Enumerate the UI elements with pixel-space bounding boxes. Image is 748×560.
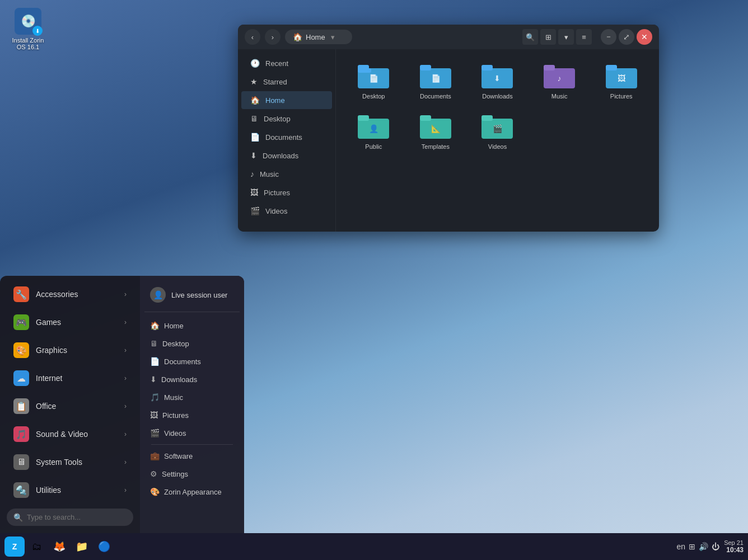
- taskbar-nautilus-button[interactable]: 📁: [72, 537, 92, 557]
- right-documents-label: Documents: [164, 357, 201, 366]
- keyboard-layout-indicator[interactable]: en: [677, 542, 686, 551]
- folder-documents[interactable]: 📄 Documents: [407, 58, 465, 104]
- accessories-label: Accessories: [36, 290, 78, 299]
- right-menu-home[interactable]: 🏠 Home: [144, 317, 240, 335]
- right-downloads-icon: ⬇: [150, 375, 157, 384]
- utilities-arrow: ›: [124, 486, 127, 494]
- fm-view-toggle-button[interactable]: ⊞: [540, 29, 556, 45]
- games-arrow: ›: [124, 318, 127, 326]
- svg-rect-23: [481, 115, 493, 121]
- app-menu-categories: 🔧 Accessories › 🎮 Games › 🎨 Graphics › ☁…: [0, 276, 140, 533]
- fm-sidebar-home[interactable]: 🏠 Home: [241, 91, 332, 109]
- right-menu-pictures[interactable]: 🖼 Pictures: [144, 406, 240, 424]
- right-settings-label: Settings: [162, 470, 188, 478]
- fm-sidebar-pictures[interactable]: 🖼 Pictures: [241, 183, 332, 201]
- menu-item-graphics[interactable]: 🎨 Graphics ›: [4, 337, 135, 364]
- taskbar-files-button[interactable]: 🗂: [27, 537, 47, 557]
- fm-sidebar-documents[interactable]: 📄 Documents: [241, 128, 332, 146]
- folder-templates[interactable]: 📐 Templates: [407, 109, 465, 154]
- fm-sidebar-recent[interactable]: 🕐 Recent: [241, 54, 332, 72]
- search-input[interactable]: [7, 509, 133, 526]
- menu-item-internet[interactable]: ☁ Internet ›: [4, 365, 135, 392]
- internet-label: Internet: [36, 374, 62, 383]
- fm-back-button[interactable]: ‹: [245, 29, 260, 45]
- clock-display: Sep 21 10:43: [724, 539, 744, 554]
- fm-sidebar-downloads[interactable]: ⬇ Downloads: [241, 147, 332, 164]
- right-music-icon: 🎵: [150, 393, 160, 402]
- fm-documents-label: Documents: [265, 133, 302, 142]
- games-label: Games: [36, 318, 61, 327]
- fm-sidebar: 🕐 Recent ★ Starred 🏠 Home 🖥 Desktop 📄 Do…: [238, 49, 336, 232]
- fm-recent-label: Recent: [265, 59, 288, 68]
- fm-sidebar-desktop[interactable]: 🖥 Desktop: [241, 110, 332, 128]
- right-videos-label: Videos: [164, 429, 186, 437]
- taskbar-firefox-button[interactable]: 🦊: [49, 537, 69, 557]
- fm-downloads-icon: ⬇: [250, 151, 257, 160]
- menu-item-office[interactable]: 📋 Office ›: [4, 393, 135, 420]
- taskbar-connect-button[interactable]: 🔵: [94, 537, 114, 557]
- fm-view-dropdown-button[interactable]: ▾: [558, 29, 574, 45]
- right-menu-music[interactable]: 🎵 Music: [144, 388, 240, 406]
- install-zorin-icon-image: 💿 ⬇: [15, 8, 41, 35]
- fm-maximize-button[interactable]: ⤢: [619, 29, 634, 45]
- power-tray-icon[interactable]: ⏻: [712, 542, 719, 551]
- svg-text:🎬: 🎬: [493, 124, 503, 134]
- user-section: 👤 Live session user: [144, 283, 240, 312]
- right-downloads-label: Downloads: [161, 375, 197, 384]
- svg-rect-14: [606, 65, 617, 70]
- games-icon: 🎮: [13, 314, 29, 330]
- svg-rect-8: [481, 65, 493, 70]
- fm-location-dropdown-icon: ▾: [331, 33, 335, 41]
- zorin-menu-button[interactable]: Z: [4, 537, 25, 557]
- user-name: Live session user: [171, 291, 227, 299]
- fm-search-button[interactable]: 🔍: [522, 29, 538, 45]
- menu-item-sound-video[interactable]: 🎵 Sound & Video ›: [4, 421, 135, 448]
- graphics-icon: 🎨: [13, 342, 29, 358]
- right-menu-settings[interactable]: ⚙ Settings: [144, 465, 240, 483]
- fm-menu-button[interactable]: ≡: [576, 29, 592, 45]
- right-menu-software[interactable]: 💼 Software: [144, 447, 240, 465]
- right-menu-documents[interactable]: 📄 Documents: [144, 352, 240, 370]
- windows-tray-icon[interactable]: ⊞: [689, 542, 695, 551]
- fm-sidebar-videos[interactable]: 🎬 Videos: [241, 202, 332, 220]
- right-menu-zorin-appearance[interactable]: 🎨 Zorin Appearance: [144, 483, 240, 501]
- menu-item-utilities[interactable]: 🔩 Utilities ›: [4, 477, 135, 503]
- folder-public[interactable]: 👤 Public: [345, 109, 403, 154]
- right-home-icon: 🏠: [150, 321, 160, 330]
- fm-minimize-button[interactable]: －: [601, 29, 616, 45]
- right-menu-downloads[interactable]: ⬇ Downloads: [144, 370, 240, 388]
- fm-forward-button[interactable]: ›: [265, 29, 280, 45]
- folder-videos[interactable]: 🎬 Videos: [469, 109, 526, 154]
- sound-video-arrow: ›: [124, 430, 127, 438]
- fm-location-bar[interactable]: 🏠 Home ▾: [285, 30, 352, 44]
- fm-starred-icon: ★: [250, 77, 258, 86]
- fm-home-icon: 🏠: [293, 32, 302, 41]
- fm-sidebar-music[interactable]: ♪ Music: [241, 165, 332, 183]
- folder-downloads[interactable]: ⬇ Downloads: [469, 58, 526, 104]
- folder-desktop[interactable]: 📄 Desktop: [345, 58, 403, 104]
- fm-pictures-icon: 🖼: [250, 188, 258, 197]
- fm-music-label: Music: [260, 170, 279, 178]
- folder-desktop-label: Desktop: [362, 93, 385, 100]
- right-settings-icon: ⚙: [150, 469, 157, 478]
- fm-home-label: Home: [265, 96, 285, 105]
- accessories-arrow: ›: [124, 290, 127, 298]
- folder-pictures[interactable]: 🖼 Pictures: [592, 58, 650, 104]
- accessories-icon: 🔧: [13, 286, 29, 302]
- folder-desktop-icon: 📄: [358, 63, 389, 90]
- office-label: Office: [36, 402, 56, 411]
- system-tools-label: System Tools: [36, 458, 82, 467]
- fm-sidebar-starred[interactable]: ★ Starred: [241, 73, 332, 91]
- fm-close-button[interactable]: ✕: [637, 29, 652, 45]
- folder-music[interactable]: ♪ Music: [531, 58, 588, 104]
- menu-item-accessories[interactable]: 🔧 Accessories ›: [4, 281, 135, 308]
- menu-item-system-tools[interactable]: 🖥 System Tools ›: [4, 449, 135, 476]
- right-menu-desktop[interactable]: 🖥 Desktop: [144, 335, 240, 352]
- fm-downloads-label: Downloads: [263, 152, 298, 160]
- svg-text:⬇: ⬇: [494, 74, 501, 83]
- right-menu-videos[interactable]: 🎬 Videos: [144, 424, 240, 442]
- volume-icon[interactable]: 🔊: [699, 542, 708, 551]
- date-display: Sep 21: [724, 539, 744, 546]
- install-zorin-icon[interactable]: 💿 ⬇ Install Zorin OS 16.1: [8, 8, 48, 50]
- menu-item-games[interactable]: 🎮 Games ›: [4, 309, 135, 336]
